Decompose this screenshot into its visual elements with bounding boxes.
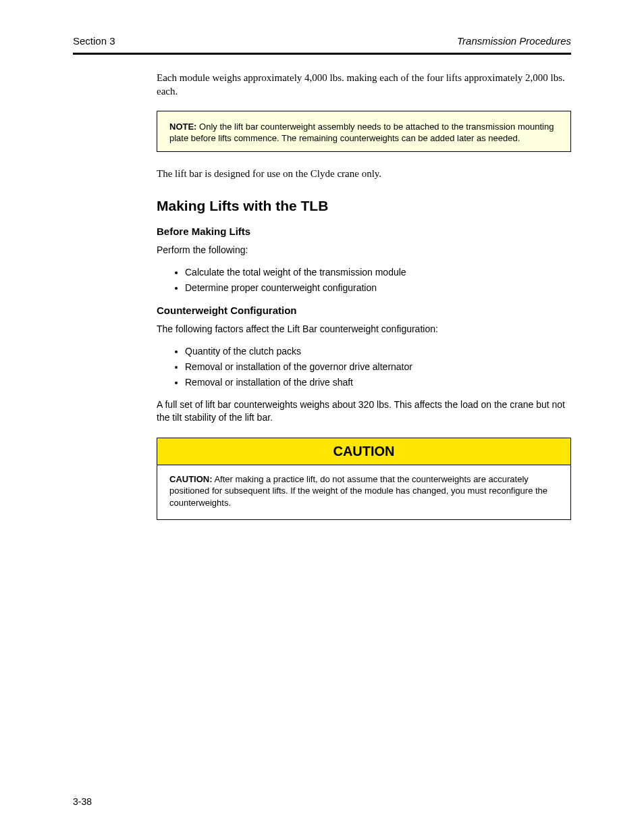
intro-paragraph: Each module weighs approximately 4,000 l… — [157, 71, 571, 99]
caution-label: CAUTION: — [169, 474, 213, 484]
caution-box: CAUTION CAUTION: After making a practice… — [157, 438, 571, 521]
header-section: Section 3 — [73, 35, 115, 47]
list-item: Determine proper counterweight configura… — [185, 282, 571, 294]
list-item: Calculate the total weight of the transm… — [185, 266, 571, 279]
caution-text: After making a practice lift, do not ass… — [169, 474, 547, 508]
list-item: Quantity of the clutch packs — [185, 345, 571, 358]
heading-counterweight: Counterweight Configuration — [157, 304, 571, 317]
page-header: Section 3 Transmission Procedures — [73, 35, 571, 47]
note-text: Only the lift bar counterweight assembly… — [169, 122, 554, 144]
lead-affect: The following factors affect the Lift Ba… — [157, 323, 571, 336]
heading-main: Making Lifts with the TLB — [157, 197, 571, 215]
caution-body: CAUTION: After making a practice lift, d… — [157, 465, 570, 520]
config-paragraph: A full set of lift bar counterweights we… — [157, 398, 571, 424]
after-note-paragraph: The lift bar is designed for use on the … — [157, 167, 571, 180]
list-item: Removal or installation of the drive sha… — [185, 376, 571, 389]
note-label: NOTE: — [169, 122, 196, 132]
header-title: Transmission Procedures — [457, 35, 571, 47]
caution-header: CAUTION — [157, 438, 570, 465]
lead-perform: Perform the following: — [157, 244, 571, 257]
page-content: Each module weighs approximately 4,000 l… — [157, 71, 571, 520]
list-item: Removal or installation of the governor … — [185, 361, 571, 373]
note-box: NOTE: Only the lift bar counterweight as… — [157, 111, 571, 152]
config-list: Quantity of the clutch packs Removal or … — [185, 345, 571, 389]
page-number: 3-38 — [73, 796, 92, 807]
header-rule — [73, 53, 571, 55]
heading-before-lifts: Before Making Lifts — [157, 225, 571, 238]
before-list: Calculate the total weight of the transm… — [185, 266, 571, 294]
